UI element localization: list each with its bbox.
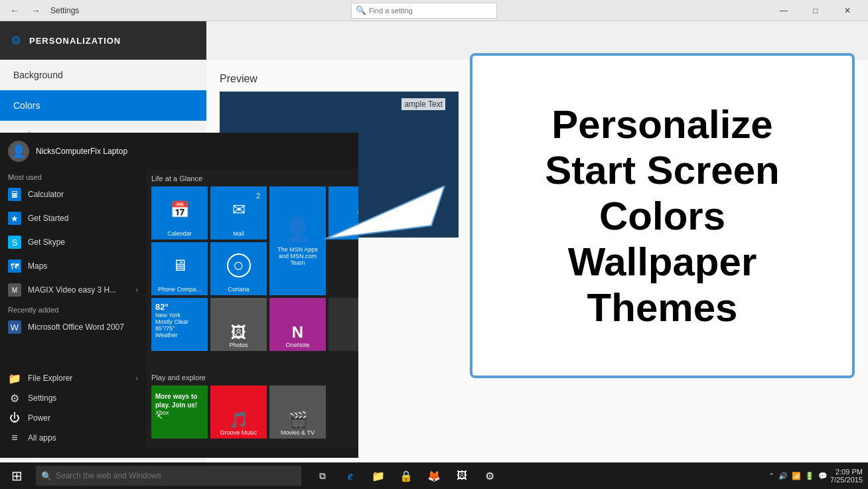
tile-phone[interactable]: 🖥 Phone Compa... — [151, 242, 208, 295]
start-item-word[interactable]: W Microsoft Office Word 2007 — [0, 315, 146, 339]
play-explore-title: Play and explore — [151, 374, 353, 382]
calculator-icon: 🖩 — [8, 188, 21, 201]
start-bottom-left: 📁 File Explorer › ⚙ Settings ⏻ Power ≡ A… — [0, 368, 146, 448]
magix-icon: M — [8, 283, 21, 297]
tray-chevron-icon[interactable]: ⌃ — [768, 472, 774, 480]
tile-phone-content: 🖥 — [154, 245, 205, 286]
close-button[interactable]: ✕ — [832, 0, 863, 21]
minimize-button[interactable]: — — [768, 0, 799, 21]
taskbar-app-multitask[interactable]: ⧉ — [309, 462, 336, 489]
groove-tile-label: Groove Music — [220, 429, 257, 436]
start-item-power[interactable]: ⏻ Power — [0, 408, 146, 428]
tile-cortana[interactable]: ○ Cortana — [210, 242, 267, 295]
tile-photos[interactable]: 🖼 Photos — [210, 298, 267, 351]
maps-label: Maps — [28, 261, 47, 271]
settings-title: PERSONALIZATION — [29, 36, 121, 46]
photos-tile-icon: 🖼 — [231, 323, 247, 342]
tray-battery-icon[interactable]: 🔋 — [805, 472, 814, 480]
mail-badge: 2 — [256, 192, 260, 200]
weather-tile-label: Weather — [155, 332, 178, 338]
tile-cortana-content: ○ — [213, 245, 264, 286]
start-item-skype[interactable]: S Get Skype — [0, 230, 146, 254]
tile-calendar[interactable]: 📅 Calendar — [151, 186, 208, 240]
power-label: Power — [28, 413, 50, 423]
weather-temp: 82° — [155, 302, 188, 312]
get-started-label: Get Started — [28, 214, 68, 223]
maps-icon: 🗺 — [8, 259, 21, 273]
power-icon: ⏻ — [8, 411, 21, 425]
titlebar: ← → Settings 🔍 — □ ✕ — [0, 0, 868, 21]
phone-tile-label: Phone Compa... — [158, 286, 201, 293]
magix-label: MAGIX Video easy 3 H... — [28, 285, 129, 295]
tile-groove[interactable]: 🎵 Groove Music — [210, 385, 267, 439]
taskbar-app-store[interactable]: 🔒 — [393, 462, 419, 489]
cortana-tile-label: Cortana — [228, 286, 249, 293]
settings-taskbar-icon: ⚙ — [485, 470, 494, 482]
tray-network-icon[interactable]: 📶 — [792, 472, 801, 480]
taskbar-search-input[interactable] — [56, 471, 296, 480]
settings-label: Settings — [28, 393, 56, 403]
start-item-fileexplorer[interactable]: 📁 File Explorer › — [0, 368, 146, 388]
tile-mail[interactable]: ✉ 2 Mail — [210, 186, 267, 240]
start-item-get-started[interactable]: ★ Get Started — [0, 206, 146, 230]
taskbar-app-explorer[interactable]: 📁 — [365, 462, 392, 489]
start-item-calculator[interactable]: 🖩 Calculator — [0, 182, 146, 206]
taskbar-app-settings[interactable]: ⚙ — [476, 462, 503, 489]
msn-label: The MSN Apps and MSN.com Team — [272, 246, 323, 266]
recently-added-label: Recently added — [0, 302, 146, 315]
all-apps-icon: ≡ — [8, 431, 21, 445]
forward-button[interactable]: → — [27, 1, 45, 20]
cortana-tile-icon: ○ — [227, 253, 251, 277]
system-tray: ⌃ 🔊 📶 🔋 💬 — [768, 472, 828, 480]
tray-notification-icon[interactable]: 💬 — [818, 472, 828, 480]
file-explorer-label: File Explorer — [28, 374, 129, 383]
taskbar-search-icon: 🔍 — [41, 471, 52, 481]
all-apps-label: All apps — [28, 433, 56, 443]
tile-movies[interactable]: 🎬 Movies & TV — [269, 385, 326, 439]
most-used-label: Most used — [0, 169, 146, 182]
mail-tile-icon: ✉ — [232, 200, 246, 219]
window-controls: — □ ✕ — [768, 0, 863, 21]
tile-msn[interactable]: 👤 The MSN Apps and MSN.com Team — [269, 186, 326, 295]
start-item-maps[interactable]: 🗺 Maps — [0, 254, 146, 278]
promo-line2: Start Screen — [545, 147, 780, 193]
search-icon: 🔍 — [356, 5, 366, 15]
weather-content: 82° New York Mostly Clear 85°/75° — [155, 302, 188, 332]
start-button[interactable]: ⊞ — [0, 462, 33, 489]
title-search-box[interactable]: 🔍 — [351, 3, 497, 19]
taskbar: ⊞ 🔍 ⧉ e 📁 🔒 🦊 🖼 ⚙ ⌃ 🔊 📶 � — [0, 462, 868, 489]
tile-weather[interactable]: 82° New York Mostly Clear 85°/75° Weathe… — [151, 298, 208, 351]
clock-time: 2:09 PM — [835, 468, 863, 476]
tile-edge[interactable]: e Microsoft Edge — [328, 186, 358, 240]
mail-tile-label: Mail — [233, 230, 244, 237]
tiles-grid-row3: 82° New York Mostly Clear 85°/75° Weathe… — [151, 298, 353, 351]
titlebar-left: ← → Settings — [5, 1, 79, 20]
maximize-button[interactable]: □ — [800, 0, 831, 21]
tiles-grid-main: 📅 Calendar ✉ 2 Mail 👤 The MSN Apps and M… — [151, 186, 353, 295]
sidebar-item-background[interactable]: Background — [0, 60, 206, 90]
start-item-magix[interactable]: M MAGIX Video easy 3 H... › — [0, 278, 146, 302]
file-explorer-icon: 📁 — [8, 372, 21, 385]
xbox-tile-label: Xbox — [155, 409, 169, 416]
start-item-allapps[interactable]: ≡ All apps — [0, 428, 146, 448]
settings-header: ⚙ PERSONALIZATION — [0, 21, 206, 60]
phone-tile-icon: 🖥 — [172, 256, 188, 275]
xbox-ad-text: More ways to play. Join us! — [155, 389, 204, 409]
tile-xbox[interactable]: ↖ More ways to play. Join us! Xbox — [151, 385, 208, 439]
start-body: Most used 🖩 Calculator ★ Get Started S G… — [0, 169, 358, 368]
msn-person-icon: 👤 — [283, 216, 313, 244]
start-top: 👤 NicksComputerFix Laptop — [0, 133, 358, 169]
taskbar-app-firefox[interactable]: 🦊 — [421, 462, 447, 489]
tray-volume-icon[interactable]: 🔊 — [778, 472, 788, 480]
tile-onenote[interactable]: N OneNote — [269, 298, 326, 351]
sidebar-item-colors[interactable]: Colors — [0, 90, 206, 121]
taskbar-app-edge[interactable]: e — [337, 462, 364, 489]
arrow-icon: › — [135, 285, 138, 295]
sidebar-label-colors: Colors — [13, 100, 40, 111]
start-explore: 📁 File Explorer › ⚙ Settings ⏻ Power ≡ A… — [0, 368, 358, 448]
taskbar-app-photos[interactable]: 🖼 — [449, 462, 475, 489]
title-search-input[interactable] — [369, 7, 492, 15]
back-button[interactable]: ← — [5, 1, 24, 20]
start-item-settings[interactable]: ⚙ Settings — [0, 388, 146, 408]
taskbar-search[interactable]: 🔍 — [36, 466, 301, 486]
